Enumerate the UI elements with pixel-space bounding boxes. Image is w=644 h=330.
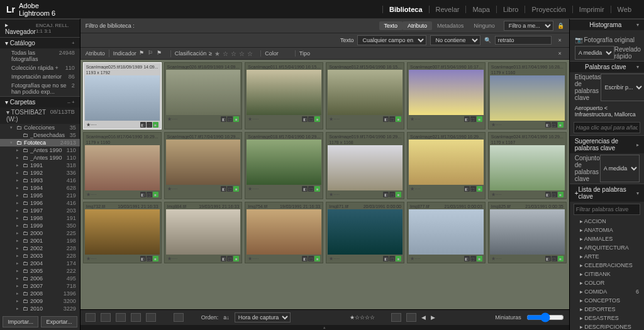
- module-web[interactable]: Web: [611, 6, 638, 13]
- filter-keywords-input[interactable]: [574, 204, 640, 215]
- thumbnail-cell[interactable]: ScanImage019.tif17/04/1990 16:29...1178 …: [326, 132, 404, 199]
- keyword-item[interactable]: ▸ DESASTRES: [570, 314, 644, 322]
- folder-row[interactable]: ▾🗀Fototeca24913: [0, 139, 80, 146]
- folder-row[interactable]: ▸🗀20081396: [0, 290, 80, 297]
- text-filter-input[interactable]: [495, 36, 552, 45]
- folder-row[interactable]: ▸🗀2007718: [0, 282, 80, 290]
- volume-row[interactable]: ▾ TOSHIBA2T (W:)08/113TB: [0, 107, 80, 124]
- folder-row[interactable]: ▸🗀2000225: [0, 229, 80, 237]
- module-mapa[interactable]: Mapa: [465, 6, 496, 13]
- filter-tab-atributo[interactable]: Atributo: [402, 21, 432, 30]
- thumbnail-cell[interactable]: ScanImage021.tif17/04/1990 16:29...★ · ·…: [407, 132, 486, 199]
- filter-tab-metadatos[interactable]: Metadatos: [432, 21, 469, 30]
- lista-header[interactable]: +Lista de palabras clave▾: [570, 184, 644, 202]
- star-4[interactable]: ☆: [239, 50, 245, 57]
- filter-tab-texto[interactable]: Texto: [379, 21, 403, 30]
- text-field-select[interactable]: Cualquier campo en...: [357, 35, 426, 45]
- palabras-clave-header[interactable]: Palabras clave▾: [570, 61, 644, 72]
- catalog-item[interactable]: Importación anterior86: [0, 72, 80, 81]
- star-3[interactable]: ☆: [231, 50, 236, 57]
- thumbnail-cell[interactable]: ScanImage026.tif18/09/1989 14:09...★ · ·…: [164, 62, 243, 129]
- module-imprimir[interactable]: Imprimir: [572, 6, 611, 13]
- thumbnail-cell[interactable]: ScanImage011.tif15/04/1990 16:15...★ · ·…: [245, 62, 323, 129]
- flag-picked-icon[interactable]: ⚑: [139, 50, 145, 57]
- sort-select[interactable]: Hora de captura: [235, 312, 291, 322]
- keyword-item[interactable]: ▸ DESCRIPCIONES DE VIAJES: [570, 322, 644, 330]
- clear-filter-icon[interactable]: ×: [555, 37, 564, 43]
- carpetas-header[interactable]: ▾ Carpetas– +: [0, 96, 80, 107]
- import-button[interactable]: Importar...: [3, 316, 38, 327]
- close-attr-icon[interactable]: ×: [555, 50, 564, 57]
- thumbnail-cell[interactable]: Img732.tif10/03/1991 21:16:33★ · · · ·◧⬚…: [83, 202, 162, 263]
- folder-row[interactable]: ▸🗀_Antes 1990110: [0, 154, 80, 162]
- thumbnail-cell[interactable]: Img877.tif21/03/1991 0:00:03★ · · · ·◧⬚■: [407, 202, 486, 263]
- thumbnail-cell[interactable]: Img884.tif19/03/1991 21:16:33★ · · · ·◧⬚…: [164, 202, 243, 263]
- folder-row[interactable]: ▸🗀2002228: [0, 245, 80, 252]
- folder-row[interactable]: ▸🗀1999350: [0, 222, 80, 229]
- lock-icon[interactable]: 🔒: [557, 23, 564, 29]
- view-grid-icon[interactable]: [86, 313, 96, 322]
- thumbnail-cell[interactable]: ScanImage012.tif15/04/1990 16:15...★ · ·…: [326, 62, 404, 129]
- tb-star[interactable]: ★☆☆☆☆: [350, 314, 375, 321]
- folder-row[interactable]: ▸🗀2006495: [0, 275, 80, 282]
- catalog-item[interactable]: Colección rápida +110: [0, 63, 80, 72]
- module-libro[interactable]: Libro: [496, 6, 525, 13]
- module-biblioteca[interactable]: Biblioteca: [382, 6, 429, 13]
- thumbnail-cell[interactable]: ScanImage018.tif17/04/1990 16:29...★ · ·…: [245, 132, 323, 199]
- sort-dir-icon[interactable]: a↓: [223, 314, 230, 321]
- keyword-item[interactable]: ▸ CELEBRACIONES: [570, 261, 644, 270]
- keyword-item[interactable]: ▸ CONCEPTOS: [570, 296, 644, 305]
- module-proyección[interactable]: Proyección: [525, 6, 572, 13]
- thumbnail-cell[interactable]: ScanImage016.tif17/04/1990 16:29...1179 …: [83, 132, 162, 199]
- thumbnail-cell[interactable]: ScanImage024.tif17/04/1990 16:29...1170 …: [488, 132, 567, 199]
- star-5[interactable]: ☆: [247, 50, 253, 57]
- text-rule-select[interactable]: No contiene: [430, 35, 480, 45]
- thumbnail-cell[interactable]: Img754.tif19/03/1991 21:16:33★ · · · ·◧⬚…: [245, 202, 323, 263]
- flag-unflagged-icon[interactable]: ⚐: [148, 50, 154, 57]
- flag-rejected-icon[interactable]: ⚑: [157, 50, 163, 57]
- thumb-size-slider[interactable]: [526, 312, 564, 322]
- view-people-icon[interactable]: [146, 313, 156, 322]
- folder-row[interactable]: ▸🗀20093200: [0, 297, 80, 305]
- folder-row[interactable]: ▸🗀1996416: [0, 199, 80, 207]
- keyword-item[interactable]: ▸ ARQUITECTURA: [570, 243, 644, 252]
- keyword-item[interactable]: ▸ ARTE: [570, 252, 644, 261]
- folder-row[interactable]: ▸🗀2004174: [0, 260, 80, 267]
- folder-row[interactable]: ▸🗀1992336: [0, 169, 80, 177]
- thumbnail-cell[interactable]: ScanImage007.tif15/04/1990 16:17...★ · ·…: [407, 62, 486, 129]
- thumbnail-cell[interactable]: ScanImage025.tif18/09/1989 14:09...1193 …: [83, 62, 162, 129]
- folder-row[interactable]: ▸🗀20103229: [0, 305, 80, 312]
- sugerencias-header[interactable]: Sugerencias de palabras clave▸: [570, 135, 644, 153]
- folder-row[interactable]: ▸🗀2003228: [0, 252, 80, 260]
- folder-row[interactable]: ▸🗀1993416: [0, 177, 80, 184]
- folder-row[interactable]: ▸🗀2001198: [0, 237, 80, 245]
- thumbnail-cell[interactable]: ScanImage013.tif17/04/1990 16:28...1179 …: [488, 62, 567, 129]
- thumbnail-cell[interactable]: Img825.tif21/03/1991 0:00:35★ · · · ·◧⬚■: [488, 202, 567, 263]
- rotate-ccw-icon[interactable]: [391, 313, 401, 322]
- folder-row[interactable]: ▸🗀1994628: [0, 184, 80, 192]
- folder-row[interactable]: ▸🗀2005222: [0, 267, 80, 275]
- keyword-item[interactable]: ▸ ACCION: [570, 217, 644, 226]
- keyword-item[interactable]: ▸ COMIDA6: [570, 287, 644, 296]
- view-compare-icon[interactable]: [116, 313, 126, 322]
- keyword-item[interactable]: ▸ ANATOMIA: [570, 226, 644, 234]
- play-icon[interactable]: ▶: [431, 314, 435, 321]
- prev-icon[interactable]: ◀: [421, 314, 426, 321]
- view-loupe-icon[interactable]: [101, 313, 111, 322]
- keyword-item[interactable]: ▸ DEPORTES: [570, 305, 644, 314]
- export-button[interactable]: Exportar...: [41, 316, 77, 327]
- folder-row[interactable]: ▸🗀_Antes 1990110: [0, 146, 80, 154]
- folder-row[interactable]: ▾🗀Colecciones35: [0, 124, 80, 131]
- keyword-item[interactable]: ▸ CITIBANK: [570, 270, 644, 278]
- folder-row[interactable]: ▸🗀1997203: [0, 207, 80, 214]
- rating-op[interactable]: ≥: [209, 50, 212, 57]
- thumbnail-cell[interactable]: ScanImage017.tif17/04/1990 16:29...★ · ·…: [164, 132, 243, 199]
- module-revelar[interactable]: Revelar: [429, 6, 466, 13]
- view-survey-icon[interactable]: [131, 313, 141, 322]
- add-keyword-input[interactable]: [574, 122, 640, 133]
- histograma-header[interactable]: Histograma▾: [570, 19, 644, 30]
- folder-row[interactable]: 🗀_Desechadas35: [0, 131, 80, 139]
- folder-row[interactable]: ▸🗀1998191: [0, 214, 80, 222]
- star-2[interactable]: ☆: [223, 50, 228, 57]
- folder-row[interactable]: ▸🗀1991318: [0, 162, 80, 169]
